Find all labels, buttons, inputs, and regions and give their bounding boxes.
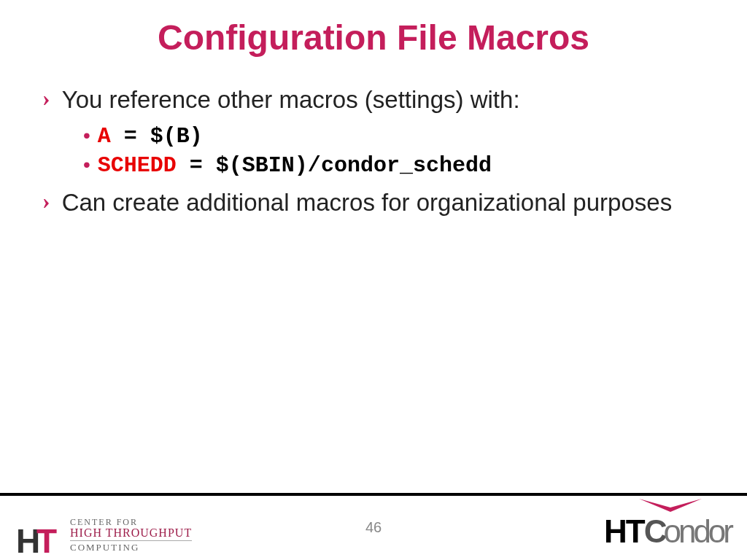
logo-line: HIGH THROUGHPUT — [70, 527, 192, 542]
chevron-icon: › — [42, 84, 50, 112]
chtc-logo-text: CENTER FOR HIGH THROUGHPUT COMPUTING — [70, 518, 192, 553]
code-line: A = $(B) — [98, 124, 203, 149]
htcondor-logo: HTCondor — [604, 513, 731, 550]
footer-divider — [0, 493, 747, 496]
htc-text: HTC — [604, 513, 665, 550]
code-line: SCHEDD = $(SBIN)/condor_schedd — [98, 153, 492, 178]
ht-mark-icon: HT — [16, 518, 63, 553]
bullet-text: You reference other macros (settings) wi… — [62, 84, 520, 117]
bullet-level1: › Can create additional macros for organ… — [42, 187, 705, 219]
wing-icon — [638, 497, 703, 516]
chtc-logo: HT CENTER FOR HIGH THROUGHPUT COMPUTING — [16, 518, 192, 553]
bullet-dot-icon: • — [83, 125, 90, 146]
bullet-dot-icon: • — [83, 155, 90, 175]
slide-title: Configuration File Macros — [0, 0, 747, 58]
code-rest: = $(SBIN)/condor_schedd — [177, 153, 492, 178]
code-keyword: SCHEDD — [98, 153, 177, 178]
slide: Configuration File Macros › You referenc… — [0, 0, 747, 560]
chevron-icon: › — [42, 187, 50, 214]
slide-content: › You reference other macros (settings) … — [0, 58, 747, 219]
bullet-level2: • SCHEDD = $(SBIN)/condor_schedd — [83, 153, 705, 178]
ondor-text: ondor — [663, 513, 731, 550]
code-rest: = $(B) — [111, 124, 203, 149]
code-keyword: A — [98, 124, 111, 149]
slide-footer: 46 HT CENTER FOR HIGH THROUGHPUT COMPUTI… — [0, 493, 747, 560]
bullet-text: Can create additional macros for organiz… — [62, 187, 672, 219]
bullet-level2: • A = $(B) — [83, 124, 705, 149]
logo-line: CENTER FOR — [70, 518, 192, 527]
logo-line: COMPUTING — [70, 542, 192, 553]
bullet-level1: › You reference other macros (settings) … — [42, 84, 705, 117]
